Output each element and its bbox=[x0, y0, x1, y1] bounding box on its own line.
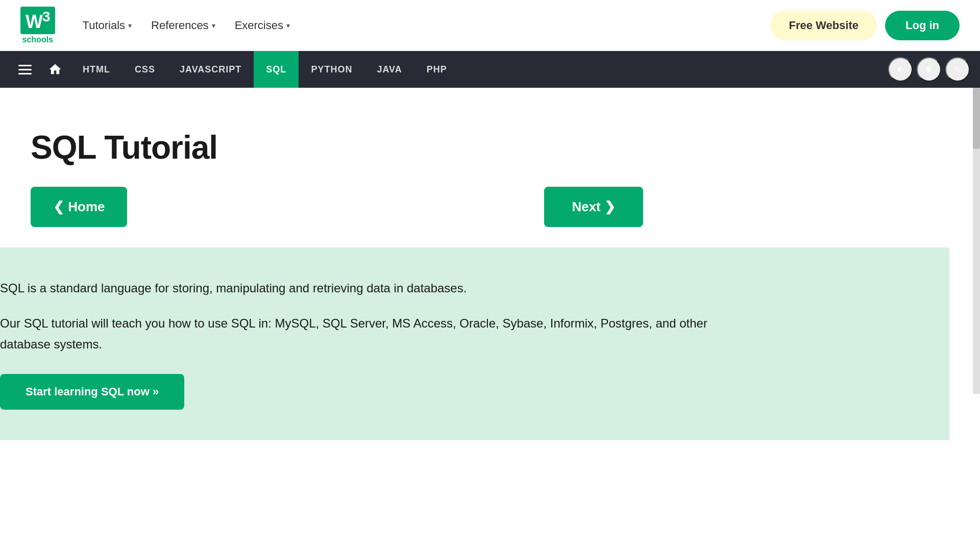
main-content: SQL Tutorial ❮ Home Next ❯ bbox=[0, 88, 715, 227]
search-icon bbox=[954, 63, 961, 76]
nav-link-php[interactable]: PHP bbox=[414, 51, 459, 88]
logo-w-text: W bbox=[26, 11, 42, 32]
theme-toggle-button[interactable] bbox=[888, 57, 913, 82]
nav-link-sql[interactable]: SQL bbox=[254, 51, 299, 88]
page-title: SQL Tutorial bbox=[31, 129, 684, 166]
exercises-menu-item[interactable]: Exercises ▾ bbox=[228, 15, 297, 36]
references-label: References bbox=[151, 19, 209, 32]
nav-link-css[interactable]: CSS bbox=[122, 51, 167, 88]
exercises-chevron-icon: ▾ bbox=[286, 21, 290, 30]
login-button[interactable]: Log in bbox=[885, 11, 960, 40]
contrast-icon bbox=[897, 63, 903, 76]
info-text-2: Our SQL tutorial will teach you how to u… bbox=[0, 313, 715, 355]
secondary-navbar: HTML CSS JAVASCRIPT SQL PYTHON JAVA PHP bbox=[0, 51, 980, 88]
hamburger-line-1 bbox=[18, 65, 32, 66]
home-nav-button[interactable]: ❮ Home bbox=[31, 187, 127, 227]
search-button[interactable] bbox=[945, 57, 970, 82]
info-text-1: SQL is a standard language for storing, … bbox=[0, 278, 715, 299]
references-menu-item[interactable]: References ▾ bbox=[144, 15, 223, 36]
nav-link-html[interactable]: HTML bbox=[70, 51, 122, 88]
nav-links: HTML CSS JAVASCRIPT SQL PYTHON JAVA PHP bbox=[70, 51, 888, 88]
logo-area[interactable]: W3 schools bbox=[20, 7, 55, 44]
nav-link-python[interactable]: PYTHON bbox=[299, 51, 364, 88]
start-learning-button[interactable]: Start learning SQL now » bbox=[0, 374, 184, 410]
language-button[interactable] bbox=[917, 57, 941, 82]
tutorials-menu-item[interactable]: Tutorials ▾ bbox=[76, 15, 139, 36]
home-nav-button[interactable] bbox=[40, 57, 70, 82]
tutorials-label: Tutorials bbox=[83, 19, 126, 32]
tutorials-chevron-icon: ▾ bbox=[128, 21, 132, 30]
home-icon bbox=[48, 62, 62, 77]
info-section: SQL is a standard language for storing, … bbox=[0, 247, 949, 440]
free-website-button[interactable]: Free Website bbox=[770, 11, 877, 40]
top-nav-right: Free Website Log in bbox=[770, 11, 960, 40]
w3-logo: W3 bbox=[20, 7, 55, 34]
nav-link-javascript[interactable]: JAVASCRIPT bbox=[167, 51, 254, 88]
hamburger-button[interactable] bbox=[10, 60, 40, 80]
hamburger-line-3 bbox=[18, 73, 32, 74]
next-nav-button[interactable]: Next ❯ bbox=[544, 187, 643, 227]
scrollbar-track[interactable] bbox=[973, 88, 980, 394]
top-menu: Tutorials ▾ References ▾ Exercises ▾ bbox=[76, 15, 771, 36]
exercises-label: Exercises bbox=[235, 19, 283, 32]
nav-buttons: ❮ Home Next ❯ bbox=[31, 187, 684, 227]
logo-superscript: 3 bbox=[42, 9, 50, 24]
logo-schools-text: schools bbox=[22, 35, 53, 44]
globe-icon bbox=[926, 63, 932, 76]
nav-right-icons bbox=[888, 57, 970, 82]
references-chevron-icon: ▾ bbox=[212, 21, 215, 30]
hamburger-line-2 bbox=[18, 69, 32, 70]
scrollbar-thumb[interactable] bbox=[973, 88, 980, 149]
nav-link-java[interactable]: JAVA bbox=[364, 51, 414, 88]
top-navbar: W3 schools Tutorials ▾ References ▾ Exer… bbox=[0, 0, 980, 51]
